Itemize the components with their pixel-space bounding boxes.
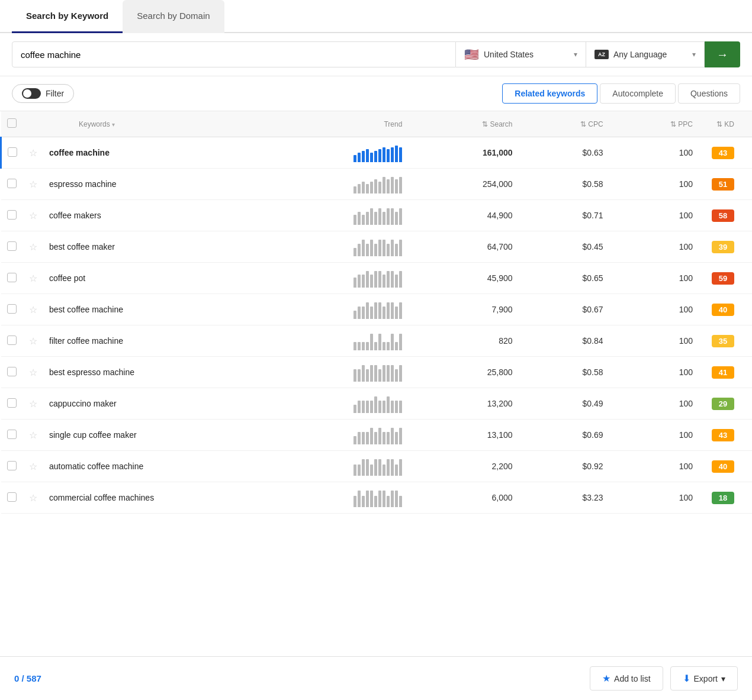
trend-bar [391,240,394,256]
tab-keyword[interactable]: Search by Keyword [12,0,123,33]
row-kd-badge: 35 [712,335,734,347]
row-checkbox[interactable] [7,398,17,408]
row-favorite-icon[interactable]: ☆ [29,462,37,472]
row-spacer [740,263,752,294]
trend-bar [383,177,385,193]
search-sort-icon: ⇅ [482,120,490,128]
trend-bars [353,394,402,413]
row-checkbox-cell [1,357,24,388]
trend-bar [366,369,369,382]
table-row: ☆filter coffee machine820$0.8410035 [1,325,753,357]
row-spacer [740,294,752,325]
trend-bar [362,151,365,162]
table-container: Keywords ▾ Trend ⇅ Search ⇅ CPC ⇅ PPC ⇅ … [0,111,752,656]
add-to-list-button[interactable]: ★ Add to list [590,666,663,691]
row-checkbox[interactable] [7,179,17,188]
trend-bar [391,334,394,350]
row-search-volume: 25,800 [408,357,518,388]
trend-bar [391,428,394,444]
row-checkbox-cell [1,420,24,451]
row-checkbox[interactable] [8,147,17,157]
trend-bars [353,457,402,476]
row-checkbox-cell [1,137,24,169]
header-checkbox [1,111,24,137]
row-kd-badge: 59 [712,272,734,285]
trend-bar [353,405,356,413]
trend-bar [387,496,390,507]
country-select[interactable]: 🇺🇸 United States ▾ [456,41,586,67]
trend-bar [383,401,385,413]
row-checkbox[interactable] [7,304,17,314]
language-select[interactable]: AZ Any Language ▾ [586,41,705,67]
row-checkbox[interactable] [7,492,17,502]
row-checkbox[interactable] [7,367,17,376]
tab-questions[interactable]: Questions [678,83,740,104]
row-star-cell: ☆ [23,482,43,514]
tab-autocomplete[interactable]: Autocomplete [600,83,676,104]
row-trend-chart [348,451,408,482]
trend-bar [395,244,398,256]
row-favorite-icon[interactable]: ☆ [29,399,37,409]
row-trend-chart [348,231,408,263]
header-keywords[interactable]: Keywords ▾ [43,111,348,137]
row-favorite-icon[interactable]: ☆ [29,430,37,440]
footer-actions: ★ Add to list ⬇ Export ▾ [590,666,738,691]
header-cpc[interactable]: ⇅ CPC [519,111,609,137]
trend-bar [370,208,373,225]
header-checkbox-input[interactable] [7,118,17,128]
row-checkbox[interactable] [7,273,17,282]
row-kd-badge: 40 [712,460,734,473]
trend-bar [383,432,385,444]
trend-bar [366,271,369,288]
row-kd-badge: 41 [712,366,734,379]
row-favorite-icon[interactable]: ☆ [29,179,37,189]
row-checkbox[interactable] [7,241,17,251]
row-cpc: $0.67 [519,294,609,325]
row-checkbox[interactable] [7,210,17,220]
filter-toggle-dot [23,89,31,98]
trend-bar [353,215,356,225]
search-button[interactable]: → [705,41,740,67]
row-favorite-icon[interactable]: ☆ [29,336,37,346]
export-button[interactable]: ⬇ Export ▾ [670,666,738,691]
header-ppc[interactable]: ⇅ PPC [609,111,699,137]
row-ppc: 100 [609,325,699,357]
row-favorite-icon[interactable]: ☆ [29,305,37,315]
row-favorite-icon[interactable]: ☆ [29,148,37,158]
trend-bar [387,459,390,476]
trend-bar [378,149,381,162]
row-ppc: 100 [609,169,699,200]
row-star-cell: ☆ [23,200,43,231]
row-keyword-name: best espresso machine [43,357,348,388]
filter-button[interactable]: Filter [12,84,74,103]
row-kd-badge: 18 [712,492,734,504]
row-kd-badge: 29 [712,398,734,410]
trend-bar [358,153,361,162]
export-label: Export [694,674,718,683]
row-favorite-icon[interactable]: ☆ [29,493,37,503]
row-kd-badge: 43 [712,147,734,159]
row-favorite-icon[interactable]: ☆ [29,367,37,378]
header-search[interactable]: ⇅ Search [408,111,518,137]
row-checkbox[interactable] [7,336,17,345]
trend-bar [399,459,402,476]
row-favorite-icon[interactable]: ☆ [29,211,37,221]
trend-bar [391,491,394,507]
trend-bar [395,275,398,288]
row-checkbox[interactable] [7,461,17,470]
trend-bar [383,240,385,256]
trend-bar [378,302,381,319]
search-input[interactable] [12,41,456,67]
tab-domain[interactable]: Search by Domain [123,0,224,33]
row-favorite-icon[interactable]: ☆ [29,273,37,283]
header-kd[interactable]: ⇅ KD [699,111,740,137]
row-checkbox[interactable] [7,430,17,439]
row-checkbox-cell [1,169,24,200]
trend-bar [378,334,381,350]
trend-bar [395,491,398,507]
trend-bars [353,237,402,256]
add-to-list-label: Add to list [614,674,650,683]
add-to-list-star-icon: ★ [602,673,610,684]
row-favorite-icon[interactable]: ☆ [29,242,37,252]
tab-related-keywords[interactable]: Related keywords [502,83,597,104]
